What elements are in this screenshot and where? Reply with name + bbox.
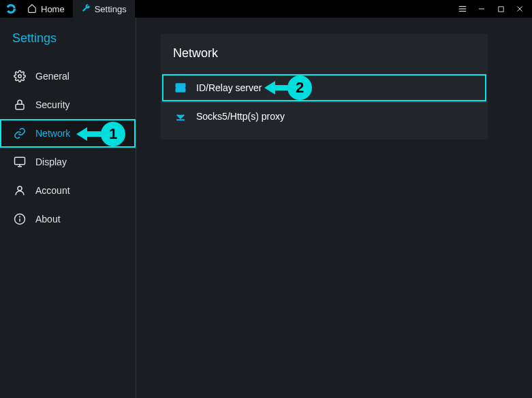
sidebar-item-network[interactable]: Network 1 — [0, 119, 136, 148]
tab-home-label: Home — [41, 4, 65, 14]
tab-settings[interactable]: Settings — [73, 0, 135, 18]
titlebar-right — [453, 0, 529, 18]
server-icon — [174, 82, 187, 94]
svg-point-16 — [20, 216, 20, 217]
download-icon — [174, 110, 187, 122]
sidebar-item-security[interactable]: Security — [0, 90, 136, 119]
sidebar-item-label: Account — [35, 185, 70, 196]
tab-home[interactable]: Home — [19, 0, 73, 18]
menu-button[interactable] — [453, 0, 472, 18]
svg-point-8 — [18, 75, 22, 78]
option-id-relay-server[interactable]: ID/Relay server 2 — [162, 74, 486, 101]
titlebar-left: Home Settings — [3, 0, 135, 18]
callout-2: 2 — [264, 76, 312, 100]
sidebar-item-account[interactable]: Account — [0, 176, 136, 205]
title-bar: Home Settings — [0, 0, 532, 18]
link-icon — [14, 127, 26, 139]
sidebar-title: Settings — [0, 27, 136, 62]
svg-rect-18 — [176, 88, 185, 92]
sidebar-item-general[interactable]: General — [0, 62, 136, 90]
svg-rect-5 — [498, 6, 503, 11]
gear-icon — [14, 70, 26, 82]
content: Settings General Security Network 1 — [0, 18, 532, 398]
sidebar-item-label: Display — [35, 156, 67, 167]
svg-point-0 — [7, 5, 15, 13]
home-icon — [27, 3, 37, 15]
info-icon — [14, 213, 26, 225]
callout-badge-2: 2 — [287, 76, 312, 100]
wrench-icon — [81, 3, 91, 15]
sidebar-item-label: Security — [35, 99, 70, 110]
callout-1: 1 — [76, 122, 125, 146]
sidebar: Settings General Security Network 1 — [0, 18, 136, 398]
sidebar-item-display[interactable]: Display — [0, 148, 136, 176]
user-icon — [14, 184, 26, 197]
close-button[interactable] — [510, 0, 529, 18]
svg-point-13 — [18, 186, 22, 190]
sidebar-item-about[interactable]: About — [0, 205, 136, 233]
maximize-button[interactable] — [491, 0, 510, 18]
section-title: Network — [161, 46, 488, 74]
sidebar-item-label: Network — [35, 128, 70, 139]
app-logo-icon — [3, 0, 19, 18]
option-label: Socks5/Http(s) proxy — [196, 111, 285, 122]
sidebar-item-label: General — [35, 71, 69, 82]
lock-icon — [14, 99, 26, 111]
monitor-icon — [14, 156, 26, 168]
tab-settings-label: Settings — [95, 4, 127, 14]
callout-badge-1: 1 — [101, 122, 125, 146]
network-card: Network ID/Relay server 2 Socks5/Http(s)… — [161, 34, 488, 139]
svg-rect-10 — [15, 157, 25, 165]
svg-rect-17 — [176, 84, 185, 87]
main-panel: Network ID/Relay server 2 Socks5/Http(s)… — [136, 18, 532, 398]
minimize-button[interactable] — [472, 0, 491, 18]
svg-rect-9 — [16, 104, 24, 110]
sidebar-item-label: About — [35, 214, 61, 225]
option-socks5-proxy[interactable]: Socks5/Http(s) proxy — [162, 103, 486, 130]
option-label: ID/Relay server — [196, 82, 262, 93]
